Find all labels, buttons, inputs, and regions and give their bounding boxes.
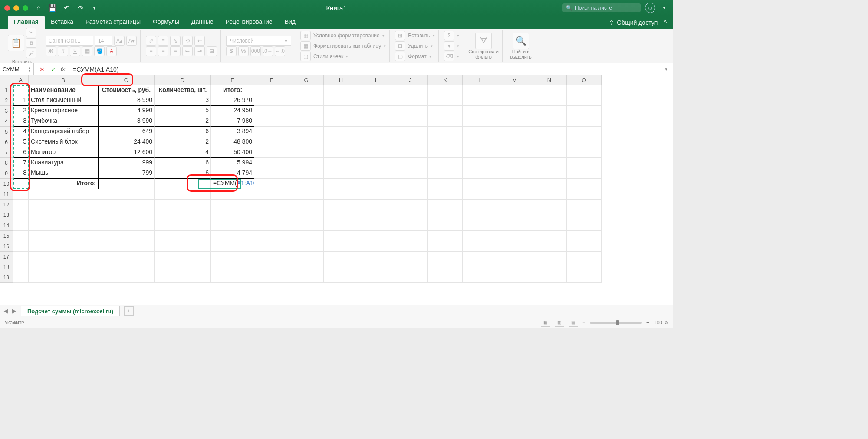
cell-N15[interactable]: [532, 231, 567, 241]
cell-I5[interactable]: [358, 127, 393, 137]
cell-E16[interactable]: [211, 241, 254, 252]
cell-E1[interactable]: Итого:: [211, 85, 254, 95]
ribbon-tab-главная[interactable]: Главная: [8, 16, 45, 29]
row-header-17[interactable]: 17: [0, 252, 13, 262]
column-header-A[interactable]: A: [13, 75, 29, 85]
cell-D10[interactable]: [155, 179, 211, 189]
cell-F3[interactable]: [254, 106, 289, 116]
cell-J14[interactable]: [393, 220, 428, 231]
ribbon-tab-формулы[interactable]: Формулы: [147, 16, 185, 29]
cell-D9[interactable]: 6: [155, 168, 211, 179]
cell-E18[interactable]: [211, 262, 254, 272]
cell-E10[interactable]: =СУММ(A1:A10): [211, 179, 254, 189]
bold-icon[interactable]: Ж: [46, 46, 56, 56]
cell-M4[interactable]: [497, 116, 532, 127]
feedback-chevron-icon[interactable]: ▾: [660, 3, 668, 12]
column-header-B[interactable]: B: [29, 75, 98, 85]
format-cells-icon[interactable]: ▢: [395, 52, 405, 61]
row-header-6[interactable]: 6: [0, 137, 13, 147]
cell-E8[interactable]: 5 994: [211, 158, 254, 168]
row-header-5[interactable]: 5: [0, 127, 13, 137]
cell-F14[interactable]: [254, 220, 289, 231]
cell-B19[interactable]: [29, 272, 98, 283]
cell-G12[interactable]: [289, 200, 324, 210]
add-sheet-icon[interactable]: +: [124, 306, 134, 316]
cell-L6[interactable]: [463, 137, 497, 147]
cell-E17[interactable]: [211, 252, 254, 262]
select-all-corner[interactable]: [0, 75, 13, 85]
cell-A18[interactable]: [13, 262, 29, 272]
cell-O8[interactable]: [567, 158, 602, 168]
cell-M12[interactable]: [497, 200, 532, 210]
cell-K15[interactable]: [428, 231, 463, 241]
cell-B13[interactable]: [29, 210, 98, 220]
cell-G6[interactable]: [289, 137, 324, 147]
cell-H9[interactable]: [324, 168, 358, 179]
insert-cells-icon[interactable]: ⊞: [395, 31, 405, 40]
percent-icon[interactable]: %: [238, 46, 249, 56]
cell-H5[interactable]: [324, 127, 358, 137]
cell-I1[interactable]: [358, 85, 393, 95]
cell-D5[interactable]: 6: [155, 127, 211, 137]
cell-F13[interactable]: [254, 210, 289, 220]
cell-O6[interactable]: [567, 137, 602, 147]
cell-A4[interactable]: 3: [13, 116, 29, 127]
cell-D16[interactable]: [155, 241, 211, 252]
cell-G4[interactable]: [289, 116, 324, 127]
align-top-icon[interactable]: ⬀: [146, 36, 156, 46]
column-header-J[interactable]: J: [393, 75, 428, 85]
cell-M11[interactable]: [497, 189, 532, 200]
cell-F16[interactable]: [254, 241, 289, 252]
cell-L11[interactable]: [463, 189, 497, 200]
cell-K13[interactable]: [428, 210, 463, 220]
cell-D4[interactable]: 2: [155, 116, 211, 127]
zoom-out-icon[interactable]: −: [582, 320, 585, 326]
cell-J17[interactable]: [393, 252, 428, 262]
column-header-I[interactable]: I: [358, 75, 393, 85]
column-header-K[interactable]: K: [428, 75, 463, 85]
cell-N19[interactable]: [532, 272, 567, 283]
column-header-E[interactable]: E: [211, 75, 254, 85]
cell-K2[interactable]: [428, 95, 463, 106]
merge-icon[interactable]: ⊟: [207, 46, 217, 56]
cell-H3[interactable]: [324, 106, 358, 116]
cell-O4[interactable]: [567, 116, 602, 127]
cell-H17[interactable]: [324, 252, 358, 262]
cell-I17[interactable]: [358, 252, 393, 262]
increase-decimal-icon[interactable]: .0→: [263, 46, 273, 56]
cell-O7[interactable]: [567, 147, 602, 158]
cell-D19[interactable]: [155, 272, 211, 283]
cell-H19[interactable]: [324, 272, 358, 283]
row-header-2[interactable]: 2: [0, 95, 13, 106]
conditional-format-button[interactable]: Условное форматирование: [313, 33, 380, 39]
cell-L10[interactable]: [463, 179, 497, 189]
cell-C11[interactable]: [98, 189, 155, 200]
row-header-18[interactable]: 18: [0, 262, 13, 272]
cell-F19[interactable]: [254, 272, 289, 283]
zoom-level[interactable]: 100 %: [654, 320, 668, 326]
cell-H8[interactable]: [324, 158, 358, 168]
cell-H4[interactable]: [324, 116, 358, 127]
cell-B11[interactable]: [29, 189, 98, 200]
cell-I19[interactable]: [358, 272, 393, 283]
increase-font-icon[interactable]: A▴: [114, 36, 125, 46]
cell-O9[interactable]: [567, 168, 602, 179]
cell-G19[interactable]: [289, 272, 324, 283]
cell-I2[interactable]: [358, 95, 393, 106]
cell-styles-button[interactable]: Стили ячеек: [313, 53, 343, 59]
cell-J1[interactable]: [393, 85, 428, 95]
cell-I10[interactable]: [358, 179, 393, 189]
cell-E4[interactable]: 7 980: [211, 116, 254, 127]
cell-D18[interactable]: [155, 262, 211, 272]
underline-icon[interactable]: Ч: [70, 46, 80, 56]
cell-F11[interactable]: [254, 189, 289, 200]
cell-O13[interactable]: [567, 210, 602, 220]
paste-icon[interactable]: 📋: [8, 35, 24, 51]
cell-M9[interactable]: [497, 168, 532, 179]
cell-D17[interactable]: [155, 252, 211, 262]
cell-E2[interactable]: 26 970: [211, 95, 254, 106]
cell-G8[interactable]: [289, 158, 324, 168]
column-header-M[interactable]: M: [497, 75, 532, 85]
cell-B16[interactable]: [29, 241, 98, 252]
cell-H2[interactable]: [324, 95, 358, 106]
